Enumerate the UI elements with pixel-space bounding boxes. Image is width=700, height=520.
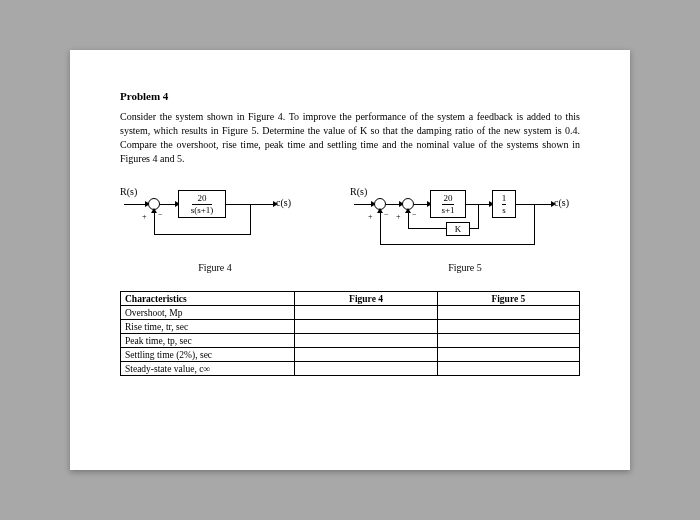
col-header-fig4: Figure 4	[295, 292, 437, 306]
figure-caption: Figure 5	[448, 262, 482, 273]
block-numerator: 20	[443, 194, 452, 203]
plus-sign: +	[396, 212, 401, 221]
cell	[437, 362, 579, 376]
figure-4: R(s) + 20 s(s+1) c(s) −	[120, 182, 310, 273]
output-label: c(s)	[554, 197, 569, 208]
cell	[295, 320, 437, 334]
wire	[124, 204, 146, 205]
wire	[250, 204, 251, 234]
document-page: Problem 4 Consider the system shown in F…	[70, 50, 630, 470]
cell	[437, 306, 579, 320]
table-row: Settling time (2%), sec	[121, 348, 580, 362]
transfer-block-1: 20 s+1	[430, 190, 466, 218]
feedback-gain-block: K	[446, 222, 470, 236]
wire	[408, 212, 409, 228]
cell	[295, 334, 437, 348]
characteristics-table: Characteristics Figure 4 Figure 5 Oversh…	[120, 291, 580, 376]
cell	[295, 362, 437, 376]
block-denominator: s+1	[441, 206, 454, 215]
cell	[295, 348, 437, 362]
figure-caption: Figure 4	[198, 262, 232, 273]
figure-5: R(s) + + 20 s+1 1	[350, 182, 580, 273]
input-label: R(s)	[350, 186, 367, 197]
col-header-characteristics: Characteristics	[121, 292, 295, 306]
wire	[160, 204, 176, 205]
table-row: Peak time, tp, sec	[121, 334, 580, 348]
row-label: Settling time (2%), sec	[121, 348, 295, 362]
wire	[534, 204, 535, 244]
row-label: Peak time, tp, sec	[121, 334, 295, 348]
cell	[437, 334, 579, 348]
row-label: Rise time, tr, sec	[121, 320, 295, 334]
wire	[478, 204, 479, 228]
minus-sign: −	[384, 210, 389, 219]
cell	[437, 348, 579, 362]
table-row: Overshoot, Mp	[121, 306, 580, 320]
wire	[386, 204, 400, 205]
problem-statement: Consider the system shown in Figure 4. T…	[120, 110, 580, 166]
cell	[437, 320, 579, 334]
wire	[408, 228, 446, 229]
plus-sign: +	[368, 212, 373, 221]
table-header-row: Characteristics Figure 4 Figure 5	[121, 292, 580, 306]
block-numerator: 20	[197, 194, 206, 203]
col-header-fig5: Figure 5	[437, 292, 579, 306]
row-label: Overshoot, Mp	[121, 306, 295, 320]
wire	[154, 212, 155, 234]
figures-row: R(s) + 20 s(s+1) c(s) −	[120, 182, 580, 273]
row-label: Steady-state value, c∞	[121, 362, 295, 376]
table-row: Rise time, tr, sec	[121, 320, 580, 334]
block-numerator: 1	[502, 194, 507, 203]
wire	[354, 204, 372, 205]
block-denominator: s(s+1)	[191, 206, 214, 215]
transfer-block-2: 1 s	[492, 190, 516, 218]
transfer-block: 20 s(s+1)	[178, 190, 226, 218]
wire	[154, 234, 251, 235]
wire	[470, 228, 479, 229]
minus-sign: −	[412, 210, 417, 219]
cell	[295, 306, 437, 320]
minus-sign: −	[158, 210, 163, 219]
input-label: R(s)	[120, 186, 137, 197]
block-denominator: s	[502, 206, 506, 215]
problem-title: Problem 4	[120, 90, 580, 102]
wire	[380, 212, 381, 244]
table-row: Steady-state value, c∞	[121, 362, 580, 376]
output-label: c(s)	[276, 197, 291, 208]
wire	[414, 204, 428, 205]
wire	[380, 244, 535, 245]
plus-sign: +	[142, 212, 147, 221]
